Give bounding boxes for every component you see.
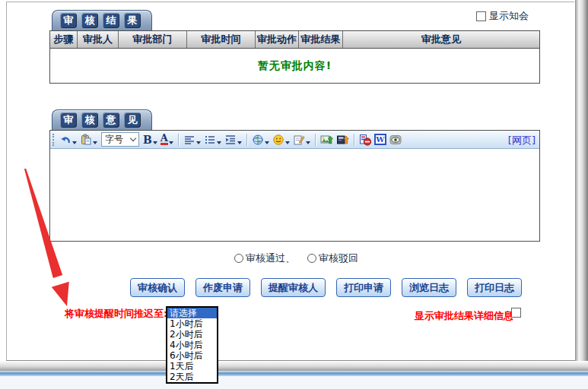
- table-header-cell: 审批结果: [299, 31, 343, 48]
- void-request-button[interactable]: 作废申请: [195, 278, 250, 297]
- table-header-cell: 审批部门: [119, 31, 187, 48]
- radio-reject-group[interactable]: 审核驳回: [307, 251, 358, 265]
- align-button[interactable]: [183, 132, 202, 147]
- chevron-down-icon: [265, 141, 269, 144]
- table-empty-row: 暂无审批内容!: [50, 49, 539, 83]
- indent-icon: [224, 134, 237, 146]
- annotation-arrow: [15, 161, 84, 313]
- upload-image-button[interactable]: [319, 132, 334, 147]
- detail-info-label: 显示审批结果详细信息: [415, 309, 513, 323]
- dropdown-option[interactable]: 1天后: [167, 361, 217, 372]
- tab-char: 意: [103, 112, 119, 128]
- edit-form-button[interactable]: [292, 132, 311, 147]
- chevron-down-icon: [285, 141, 290, 144]
- table-header-cell: 审批时间: [187, 31, 256, 48]
- tab-char: 审: [60, 112, 77, 128]
- postpone-dropdown[interactable]: 请选择 1小时后 2小时后 4小时后 6小时后 1天后 2天后: [166, 306, 218, 384]
- tab-char: 审: [60, 13, 77, 28]
- tab-char: 见: [124, 112, 141, 128]
- undo-icon: [59, 134, 72, 146]
- radio-approve-label: 审核通过、: [246, 251, 295, 265]
- window-right-edge: [575, 0, 588, 372]
- emoticon-button[interactable]: [272, 132, 291, 147]
- chevron-down-icon: [130, 135, 136, 141]
- rich-text-editor: 字号 B A: [49, 130, 540, 242]
- dropdown-option[interactable]: 1小时后: [167, 318, 217, 329]
- tab-char: 核: [81, 112, 98, 128]
- chevron-down-icon: [306, 141, 310, 144]
- font-size-label: 字号: [105, 133, 123, 146]
- dropdown-option-selected[interactable]: 请选择: [167, 308, 217, 318]
- chevron-down-icon: [153, 141, 157, 144]
- dropdown-option[interactable]: 4小时后: [167, 340, 217, 350]
- radio-reject[interactable]: [307, 254, 316, 263]
- no-word-paste-icon: [359, 134, 371, 146]
- word-icon: W: [374, 134, 386, 145]
- editor-toolbar: 字号 B A: [50, 131, 539, 149]
- preview-button[interactable]: [389, 132, 402, 147]
- align-icon: [183, 134, 195, 146]
- dropdown-option[interactable]: 2天后: [167, 372, 217, 382]
- hyperlink-button[interactable]: [251, 132, 270, 147]
- table-header-cell: 步骤: [50, 31, 78, 48]
- toolbar-separator: [246, 134, 247, 146]
- bottom-background: [0, 376, 588, 389]
- toolbar-separator: [315, 134, 316, 146]
- detail-info-checkbox[interactable]: [511, 308, 521, 318]
- bold-button[interactable]: B: [142, 132, 158, 147]
- tab-char: 核: [81, 13, 98, 28]
- chevron-down-icon: [237, 141, 242, 144]
- radio-reject-label: 审核驳回: [319, 251, 358, 265]
- indent-button[interactable]: [224, 132, 243, 147]
- upload-html-icon: [336, 134, 349, 146]
- review-decision-radios: 审核通过、 审核驳回: [234, 251, 358, 265]
- print-request-button[interactable]: 打印申请: [336, 278, 391, 297]
- remind-reviewer-button[interactable]: 提醒审核人: [261, 278, 326, 297]
- toolbar-separator: [354, 134, 354, 146]
- tab-char: 结: [103, 13, 119, 28]
- radio-approve-group[interactable]: 审核通过、: [234, 251, 295, 265]
- dropdown-option[interactable]: 6小时后: [167, 350, 217, 361]
- globe-link-icon: [252, 134, 264, 146]
- show-cc-group: 显示知会: [476, 9, 529, 23]
- tab-char: 果: [124, 13, 141, 28]
- chevron-down-icon: [169, 141, 173, 144]
- font-color-icon: A: [161, 134, 168, 145]
- table-header-cell: 审批人: [78, 31, 119, 48]
- edit-form-icon: [293, 134, 305, 146]
- paste-icon: [80, 134, 92, 146]
- chevron-down-icon: [93, 141, 97, 144]
- upload-html-button[interactable]: [335, 132, 350, 147]
- view-log-button[interactable]: 浏览日志: [402, 278, 456, 297]
- empty-message: 暂无审批内容!: [258, 59, 332, 73]
- print-log-button[interactable]: 打印日志: [467, 278, 522, 297]
- webpage-mode-link[interactable]: [网页]: [508, 134, 536, 147]
- approval-page: 审 核 结 果 显示知会 步骤 审批人 审批部门 审批时间 审批动作 审批结果 …: [0, 0, 588, 389]
- table-header-row: 步骤 审批人 审批部门 审批时间 审批动作 审批结果 审批意见: [50, 31, 539, 49]
- audit-confirm-button[interactable]: 审核确认: [130, 278, 185, 297]
- chevron-down-icon: [217, 141, 221, 144]
- table-header-cell: 审批动作: [256, 31, 299, 48]
- window-bottom-edge: [0, 361, 588, 371]
- font-color-button[interactable]: A: [160, 132, 174, 147]
- word-button[interactable]: W: [373, 132, 387, 147]
- page-left-border: [6, 2, 7, 360]
- page-top-border: [6, 2, 574, 2]
- editor-body[interactable]: [50, 149, 539, 241]
- clear-word-format-button[interactable]: [358, 132, 372, 147]
- tab-review-opinion[interactable]: 审 核 意 见: [52, 109, 152, 130]
- tab-review-result[interactable]: 审 核 结 果: [52, 10, 152, 30]
- show-cc-label: 显示知会: [489, 9, 529, 23]
- numbered-list-button[interactable]: [203, 132, 222, 147]
- paste-button[interactable]: [79, 132, 98, 147]
- radio-approve[interactable]: [234, 254, 243, 263]
- toolbar-separator: [178, 134, 179, 146]
- table-header-cell: 审批意见: [343, 31, 539, 48]
- bold-icon: B: [143, 134, 152, 146]
- show-cc-checkbox[interactable]: [476, 11, 486, 21]
- chevron-down-icon: [196, 141, 201, 144]
- font-size-select[interactable]: 字号: [101, 132, 139, 147]
- numbered-list-icon: [204, 134, 216, 146]
- dropdown-option[interactable]: 2小时后: [167, 329, 217, 340]
- undo-button[interactable]: [59, 132, 78, 147]
